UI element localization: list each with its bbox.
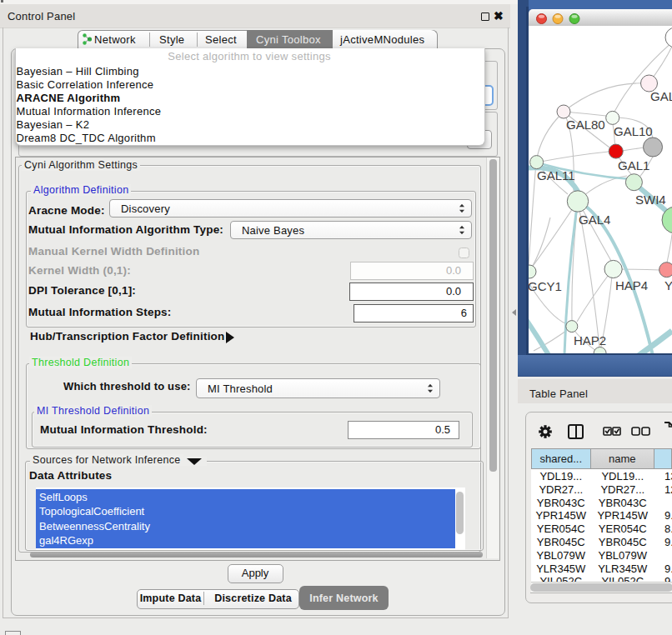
svg-text:HAP4: HAP4 [615, 278, 648, 292]
svg-text:SWI4: SWI4 [635, 192, 666, 207]
svg-text:GAL11: GAL11 [537, 168, 575, 182]
svg-text:GCY1: GCY1 [529, 279, 562, 293]
svg-text:Y: Y [664, 278, 672, 292]
svg-text:GAL80: GAL80 [566, 118, 605, 132]
svg-text:GAL10: GAL10 [614, 124, 653, 138]
svg-text:GAL1: GAL1 [618, 158, 649, 172]
svg-text:HAP2: HAP2 [574, 333, 606, 348]
svg-text:GAL: GAL [650, 89, 672, 103]
svg-text:GAL4: GAL4 [579, 212, 610, 226]
